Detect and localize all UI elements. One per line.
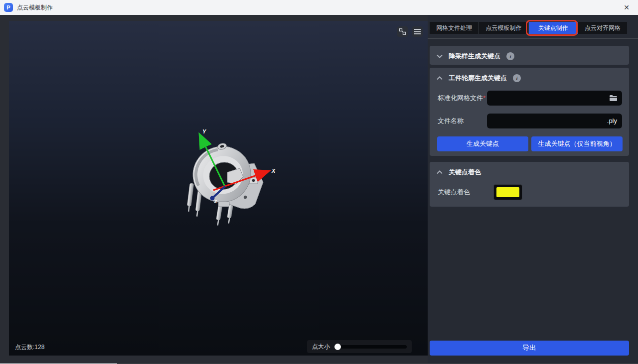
slider-track[interactable] (337, 345, 407, 349)
mesh-file-input[interactable] (487, 91, 622, 106)
slider-thumb[interactable] (334, 344, 341, 350)
point-count-status: 点云数:128 (15, 343, 44, 352)
window-title: 点云模板制作 (17, 3, 53, 12)
tab-keypoint-creation[interactable]: 关键点制作 (529, 22, 578, 34)
generate-keypoints-current-view-button[interactable]: 生成关键点（仅当前视角） (531, 136, 623, 151)
window-body: Y X Z 点云数:128 点大小 网格文件处理 点云模板制作 关键点制作 点云… (0, 15, 638, 364)
file-name-label: 文件名称 (438, 117, 464, 125)
folder-icon[interactable] (609, 95, 618, 102)
section-keypoint-coloring: 关键点着色 关键点着色 (430, 162, 629, 207)
panel-separator (428, 38, 638, 39)
section-contour-header[interactable]: 工件轮廓生成关键点 i (430, 68, 629, 89)
chevron-up-icon (437, 76, 443, 80)
chevron-up-icon (437, 170, 443, 174)
tabbar: 网格文件处理 点云模板制作 关键点制作 点云对齐网格 (430, 22, 627, 34)
viewport-toolbar (397, 26, 423, 37)
export-button[interactable]: 导出 (430, 341, 629, 356)
section-coloring-header[interactable]: 关键点着色 (430, 162, 629, 183)
tab-mesh-file-processing[interactable]: 网格文件处理 (430, 22, 479, 34)
y-axis-label: Y (202, 128, 207, 134)
section-title: 降采样生成关键点 (449, 52, 500, 61)
3d-viewport[interactable]: Y X Z 点云数:128 点大小 (9, 21, 428, 356)
info-icon[interactable]: i (513, 74, 521, 82)
titlebar: P 点云模板制作 ✕ (0, 0, 638, 15)
file-extension-suffix: .ply (607, 114, 617, 128)
section-contour-keypoints: 工件轮廓生成关键点 i 标准化网格文件* 文件名称 .ply 生成关键点 生成关… (430, 68, 629, 156)
3d-model: Y X Z (179, 120, 289, 229)
menu-icon[interactable] (412, 26, 423, 37)
x-axis-label: X (271, 168, 276, 174)
section-downsample-keypoints[interactable]: 降采样生成关键点 i (430, 46, 629, 65)
section-title: 关键点着色 (449, 168, 481, 177)
app-logo-icon: P (4, 3, 13, 12)
point-size-control: 点大小 (307, 340, 412, 353)
mesh-file-label: 标准化网格文件* (438, 94, 485, 103)
point-size-slider[interactable] (334, 344, 407, 350)
tab-pointcloud-template[interactable]: 点云模板制作 (479, 22, 528, 34)
required-asterisk: * (483, 94, 485, 102)
file-name-input[interactable]: .ply (487, 114, 622, 128)
close-icon[interactable]: ✕ (619, 3, 634, 11)
settings-panel: 网格文件处理 点云模板制作 关键点制作 点云对齐网格 降采样生成关键点 i (428, 15, 638, 364)
point-size-label: 点大小 (312, 343, 330, 351)
generate-keypoints-button[interactable]: 生成关键点 (437, 136, 528, 151)
tab-pointcloud-align-mesh[interactable]: 点云对齐网格 (578, 22, 627, 34)
keypoint-color-swatch-fill (496, 187, 519, 197)
keypoint-color-picker[interactable] (493, 184, 522, 200)
keypoint-color-label: 关键点着色 (438, 188, 470, 197)
info-icon[interactable]: i (506, 52, 514, 60)
node-link-icon[interactable] (397, 26, 408, 37)
section-title: 工件轮廓生成关键点 (449, 74, 507, 83)
chevron-down-icon (437, 54, 443, 58)
